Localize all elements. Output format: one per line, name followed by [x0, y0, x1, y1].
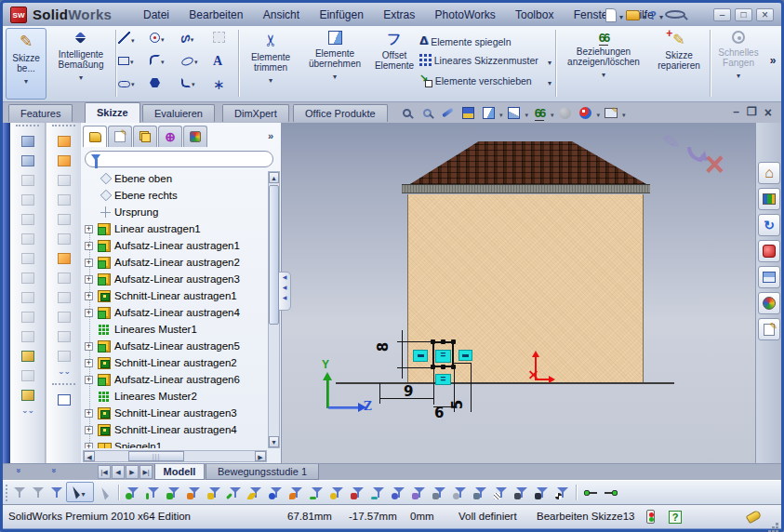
exit-sketch-arrow-icon[interactable]: [687, 147, 702, 162]
filter-sketch-points-icon[interactable]: [267, 484, 286, 501]
tree-item[interactable]: Aufsatz-Linear austragen5: [83, 339, 267, 355]
side-toolbar-button[interactable]: [18, 386, 38, 405]
tree-item-label[interactable]: Aufsatz-Linear austragen1: [114, 240, 240, 251]
last-tab-icon[interactable]: ▶|: [140, 465, 153, 479]
tab-features[interactable]: Features: [8, 104, 73, 122]
tree-item[interactable]: Linear austragen1: [83, 221, 267, 238]
filter-centerline-icon[interactable]: [369, 484, 388, 501]
tree-expand-icon[interactable]: [85, 275, 93, 284]
horizontal-scroll-thumb[interactable]: |||: [128, 451, 184, 461]
tree-item-label[interactable]: Schnitt-Linear austragen2: [114, 357, 237, 368]
filter-toggle-icon[interactable]: [10, 484, 29, 501]
propertymanager-tab[interactable]: [108, 126, 132, 147]
solidworks-resources-button[interactable]: [758, 162, 780, 184]
tree-item-label[interactable]: Ebene oben: [114, 173, 172, 184]
tree-item[interactable]: Ursprung: [83, 205, 267, 221]
convert-entities-button[interactable]: Elementeübernehmen: [300, 28, 369, 100]
tree-expand-icon[interactable]: [85, 225, 93, 233]
filter-sketches-icon[interactable]: [287, 484, 306, 501]
sketch-vertex[interactable]: [441, 339, 445, 344]
tree-item[interactable]: Aufsatz-Linear austragen6: [83, 372, 267, 389]
menu-extras[interactable]: Extras: [375, 8, 423, 21]
equal-relation-badge[interactable]: [435, 374, 451, 385]
appearances-dropdown-icon[interactable]: [597, 104, 601, 121]
side-toolbar-button[interactable]: [18, 191, 38, 209]
tab-modell[interactable]: Modell: [154, 464, 205, 480]
filter-datums-icon[interactable]: [472, 484, 490, 501]
tab-evaluieren[interactable]: Evaluieren: [142, 104, 215, 122]
tree-item-label[interactable]: Schnitt-Linear austragen4: [114, 424, 237, 435]
window-maximize-button[interactable]: [735, 8, 752, 21]
exit-sketch-icon[interactable]: [661, 129, 683, 156]
menu-ansicht[interactable]: Ansicht: [255, 8, 308, 21]
tree-item-label[interactable]: Lineares Muster1: [114, 324, 197, 335]
filter-surface-finish-icon[interactable]: [553, 484, 572, 501]
zoom-area-icon[interactable]: [418, 105, 436, 121]
tree-item-label[interactable]: Aufsatz-Linear austragen6: [114, 374, 240, 385]
filter-gtol-icon[interactable]: [533, 484, 551, 501]
tree-item[interactable]: Schnitt-Linear austragen2: [83, 355, 267, 372]
filter-annotations-icon[interactable]: [410, 484, 429, 501]
filter-balloons-icon[interactable]: [451, 484, 470, 501]
scroll-down-icon[interactable]: ▼: [269, 436, 279, 447]
scroll-up-icon[interactable]: ▲: [269, 172, 279, 183]
tree-item[interactable]: Lineares Muster1: [83, 322, 267, 339]
window-minimize-button[interactable]: [713, 8, 731, 21]
tree-expand-icon[interactable]: [85, 426, 93, 434]
tree-expand-icon[interactable]: [85, 259, 93, 267]
toolbar-more-icon[interactable]: ⌄⌄: [47, 366, 81, 376]
convert-dropdown-icon[interactable]: [300, 71, 369, 81]
side-toolbar-button[interactable]: [54, 308, 74, 326]
repair-sketch-button[interactable]: Skizzereparieren: [650, 28, 708, 100]
tree-item[interactable]: Spiegeln1: [83, 439, 267, 448]
tree-item-label[interactable]: Schnitt-Linear austragen3: [114, 407, 237, 419]
offset-entities-button[interactable]: OffsetElemente: [371, 28, 418, 100]
hide-show-items-icon[interactable]: [530, 105, 549, 121]
select-all-filters-icon[interactable]: [47, 484, 66, 501]
document-restore-button[interactable]: [747, 105, 757, 120]
configurationmanager-tab[interactable]: [133, 126, 157, 147]
side-toolbar-button[interactable]: [54, 347, 74, 366]
trim-entities-button[interactable]: Elementetrimmen: [243, 28, 299, 100]
house-roof[interactable]: [410, 141, 646, 184]
search-icon[interactable]: [665, 10, 685, 19]
scene-dropdown-icon[interactable]: [622, 104, 626, 121]
menu-photoworks[interactable]: PhotoWorks: [427, 8, 504, 21]
tree-item[interactable]: Schnitt-Linear austragen3: [83, 406, 267, 422]
rectangle-tool-button[interactable]: [118, 54, 139, 71]
quick-tips-icon[interactable]: [669, 511, 682, 524]
linear-sketch-pattern-button[interactable]: Lineares Skizzenmuster: [419, 54, 551, 74]
toolbar-more-icon[interactable]: ⌄⌄: [10, 406, 45, 415]
view-orientation-icon[interactable]: [479, 105, 498, 121]
help-icon[interactable]: ?: [649, 8, 657, 22]
side-toolbar-button[interactable]: [54, 391, 74, 409]
view-palette-button[interactable]: [758, 266, 780, 288]
dimension-8[interactable]: 8: [375, 342, 392, 352]
polygon-tool-button[interactable]: [150, 76, 170, 93]
tree-item[interactable]: Aufsatz-Linear austragen2: [83, 255, 267, 272]
filter-center-marks-icon[interactable]: [349, 484, 367, 501]
section-view-icon[interactable]: [458, 105, 477, 121]
dimension-9[interactable]: 9: [404, 383, 413, 400]
side-toolbar-button[interactable]: [54, 327, 74, 346]
arc-tool-button[interactable]: [150, 54, 170, 71]
sketch-vertex[interactable]: [451, 339, 456, 344]
dimension-5[interactable]: 5: [449, 400, 466, 409]
rebuild-status-icon[interactable]: [646, 510, 655, 524]
tree-item-label[interactable]: Linear austragen1: [114, 223, 201, 234]
trim-dropdown-icon[interactable]: [243, 74, 299, 85]
next-tab-icon[interactable]: ▶: [126, 465, 139, 479]
tab-office-produkte[interactable]: Office Produkte: [293, 104, 388, 122]
menu-toolbox[interactable]: Toolbox: [507, 8, 562, 21]
filter-solid-bodies-icon[interactable]: [206, 484, 224, 501]
side-toolbar-button[interactable]: [18, 327, 38, 346]
tree-item-label[interactable]: Aufsatz-Linear austragen5: [114, 340, 240, 352]
tree-item-label[interactable]: Ebene rechts: [114, 190, 178, 201]
open-document-icon[interactable]: [626, 10, 640, 20]
equal-relation-badge[interactable]: [458, 350, 472, 361]
filter-hatch-icon[interactable]: [492, 484, 511, 501]
tree-expand-icon[interactable]: [85, 242, 93, 250]
smart-dimension-button[interactable]: IntelligenteBemaßung: [48, 28, 113, 100]
line-tool-button[interactable]: [118, 32, 139, 48]
side-toolbar-button[interactable]: [18, 249, 38, 268]
